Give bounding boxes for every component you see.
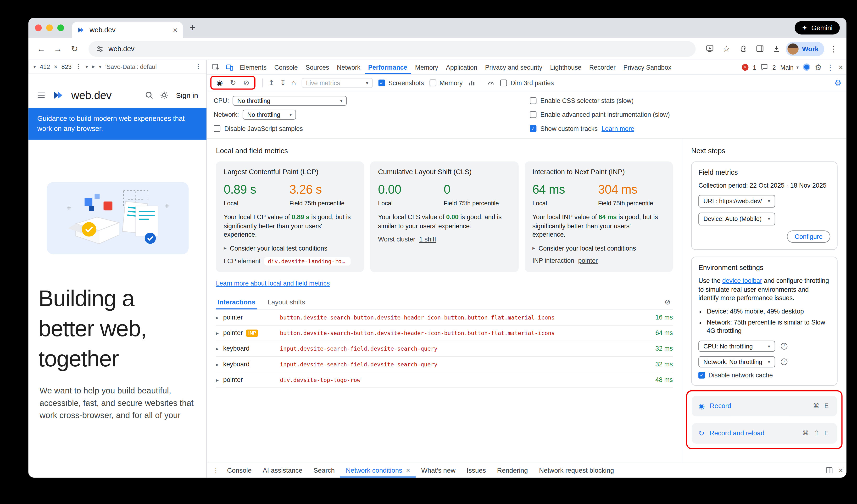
emulation-menu-icon[interactable]: ⋮: [195, 63, 201, 70]
tab-network[interactable]: Network: [333, 60, 364, 74]
drawer-tab-search[interactable]: Search: [308, 463, 340, 477]
error-badge-icon[interactable]: ×: [742, 64, 749, 70]
css-selector-stats-checkbox[interactable]: Enable CSS selector stats (slow): [530, 95, 670, 106]
rotate-icon[interactable]: ▸: [92, 63, 95, 70]
site-brand[interactable]: web.dev: [71, 89, 112, 101]
interaction-target-link[interactable]: button.devsite-search-button.devsite-hea…: [280, 314, 640, 320]
live-metrics-home-icon[interactable]: ⌂: [292, 79, 296, 86]
tab-recorder[interactable]: Recorder: [586, 60, 620, 74]
save-profile-icon[interactable]: ↧: [280, 79, 286, 86]
interaction-target-link[interactable]: input.devsite-search-field.devsite-searc…: [280, 345, 640, 352]
configure-button[interactable]: Configure: [787, 231, 830, 243]
drawer-tab-rendering[interactable]: Rendering: [491, 463, 533, 477]
drawer-tab-network-conditions[interactable]: Network conditions ×: [340, 463, 416, 477]
gemini-button[interactable]: ✦ Gemini: [794, 21, 840, 34]
memory-checkbox[interactable]: Memory: [430, 79, 463, 86]
tab-close-icon[interactable]: ×: [173, 26, 178, 34]
extensions-puzzle-icon[interactable]: [736, 41, 750, 56]
reload-button[interactable]: ↻: [67, 41, 82, 56]
custom-tracks-checkbox[interactable]: ✓ Show custom tracks Learn more: [530, 123, 670, 134]
checkbox-checked[interactable]: ✓: [378, 79, 385, 86]
dock-split-icon[interactable]: [825, 467, 833, 474]
screenshots-checkbox[interactable]: ✓ Screenshots: [378, 79, 424, 86]
record-and-reload-button[interactable]: ↻ Record and reload ⌘ ⇧ E: [692, 423, 837, 443]
checkbox-unchecked[interactable]: [501, 79, 507, 86]
caret-right-icon[interactable]: ▸: [216, 361, 219, 367]
tab-lighthouse[interactable]: Lighthouse: [546, 60, 585, 74]
network-throttling-select[interactable]: No throttling ▾: [243, 110, 296, 120]
interaction-row[interactable]: ▸ pointer INP button.devsite-search-butt…: [216, 325, 673, 341]
env-network-select[interactable]: Network: No throttling ▾: [699, 356, 775, 367]
devtools-more-icon[interactable]: ⋮: [826, 63, 834, 71]
device-toolbar-icon[interactable]: [222, 63, 236, 71]
disable-network-cache-checkbox[interactable]: ✓ Disable network cache: [699, 372, 830, 379]
caret-right-icon[interactable]: ▸: [216, 314, 219, 320]
field-url-select[interactable]: URL: https://web.dev/ ▾: [699, 195, 775, 207]
window-minimize-button[interactable]: [46, 24, 53, 31]
drawer-close-icon[interactable]: ×: [839, 466, 843, 475]
devtools-close-icon[interactable]: ×: [839, 63, 843, 71]
tab-privacy-sandbox[interactable]: Privacy Sandbox: [619, 60, 675, 74]
inp-consider-disclosure[interactable]: ▸ Consider your local test conditions: [532, 245, 665, 251]
issues-count[interactable]: 2: [772, 64, 776, 70]
capture-settings-gear-icon[interactable]: ⚙: [835, 78, 841, 87]
hamburger-menu-icon[interactable]: [37, 91, 46, 100]
back-button[interactable]: ←: [34, 41, 48, 56]
devtools-settings-gear-icon[interactable]: ⚙: [815, 63, 822, 71]
record-icon[interactable]: ◉: [217, 79, 223, 86]
site-settings-icon[interactable]: [96, 45, 104, 53]
caret-right-icon[interactable]: ▸: [216, 377, 219, 383]
interaction-target-link[interactable]: button.devsite-search-button.devsite-hea…: [280, 330, 640, 336]
drawer-tab-console[interactable]: Console: [221, 463, 257, 477]
theme-toggle-sun-icon[interactable]: [160, 91, 169, 100]
record-reload-icon[interactable]: ↻: [230, 79, 236, 86]
interaction-row[interactable]: ▸ keyboard input.devsite-search-field.de…: [216, 357, 673, 372]
interaction-target-link[interactable]: input.devsite-search-field.devsite-searc…: [280, 361, 640, 367]
tab-application[interactable]: Application: [442, 60, 481, 74]
clear-log-icon[interactable]: ⊘: [665, 298, 673, 306]
webdev-logo-icon[interactable]: [52, 89, 65, 101]
caret-right-icon[interactable]: ▸: [216, 330, 219, 336]
install-pwa-icon[interactable]: [703, 41, 717, 56]
profile-chip[interactable]: Work: [786, 41, 824, 56]
metrics-learn-more-link[interactable]: Learn more about local and field metrics: [216, 280, 330, 286]
disable-js-samples-checkbox[interactable]: Disable JavaScript samples: [214, 123, 364, 134]
cpu-throttling-select[interactable]: No throttling ▾: [233, 96, 347, 106]
interaction-target-link[interactable]: div.devsite-top-logo-row: [280, 377, 640, 383]
dim-3rd-parties-checkbox[interactable]: Dim 3rd parties: [501, 79, 554, 86]
checkbox-unchecked[interactable]: [530, 97, 536, 104]
address-bar[interactable]: web.dev: [88, 41, 696, 56]
issues-bubble-icon[interactable]: [761, 63, 768, 71]
device-select-icon[interactable]: ▾: [33, 64, 36, 69]
lcp-element-link[interactable]: div.devsite-landing-row-ite…: [265, 257, 351, 265]
browser-menu-icon[interactable]: ⋮: [826, 41, 841, 56]
throttle-select[interactable]: 'Save-Data': defaul: [105, 63, 157, 70]
tab-layout-shifts[interactable]: Layout shifts: [266, 295, 307, 309]
drawer-tab-network-request-blocking[interactable]: Network request blocking: [534, 463, 620, 477]
window-maximize-button[interactable]: [57, 24, 64, 31]
devtools-profile-icon[interactable]: [803, 63, 810, 71]
drawer-tab-whats-new[interactable]: What's new: [416, 463, 461, 477]
drawer-tab-close-icon[interactable]: ×: [406, 467, 410, 474]
inspect-element-icon[interactable]: [209, 63, 223, 71]
side-panel-icon[interactable]: [753, 41, 767, 56]
custom-tracks-learn-more-link[interactable]: Learn more: [602, 125, 634, 132]
drawer-tab-issues[interactable]: Issues: [461, 463, 491, 477]
checkbox-checked[interactable]: ✓: [530, 125, 536, 132]
viewport-width[interactable]: 412: [40, 63, 50, 70]
drawer-tab-ai-assistance[interactable]: AI assistance: [257, 463, 308, 477]
zoom-chevron-icon[interactable]: ▾: [85, 64, 88, 69]
new-tab-button[interactable]: +: [190, 22, 195, 34]
checkbox-checked[interactable]: ✓: [699, 372, 705, 379]
zoom-select-icon[interactable]: ⋮: [75, 63, 82, 70]
stats-chart-icon[interactable]: [468, 79, 475, 86]
field-device-select[interactable]: Device: Auto (Mobile) ▾: [699, 213, 775, 225]
caret-right-icon[interactable]: ▸: [216, 345, 219, 352]
tab-elements[interactable]: Elements: [236, 60, 270, 74]
interaction-row[interactable]: ▸ keyboard input.devsite-search-field.de…: [216, 341, 673, 357]
paint-instrumentation-checkbox[interactable]: Enable advanced paint instrumentation (s…: [530, 109, 670, 120]
gauge-icon[interactable]: [487, 79, 495, 86]
viewport-height[interactable]: 823: [62, 63, 72, 70]
record-button[interactable]: ◉ Record ⌘ E: [692, 396, 837, 416]
lcp-consider-disclosure[interactable]: ▸ Consider your local test conditions: [224, 245, 356, 251]
